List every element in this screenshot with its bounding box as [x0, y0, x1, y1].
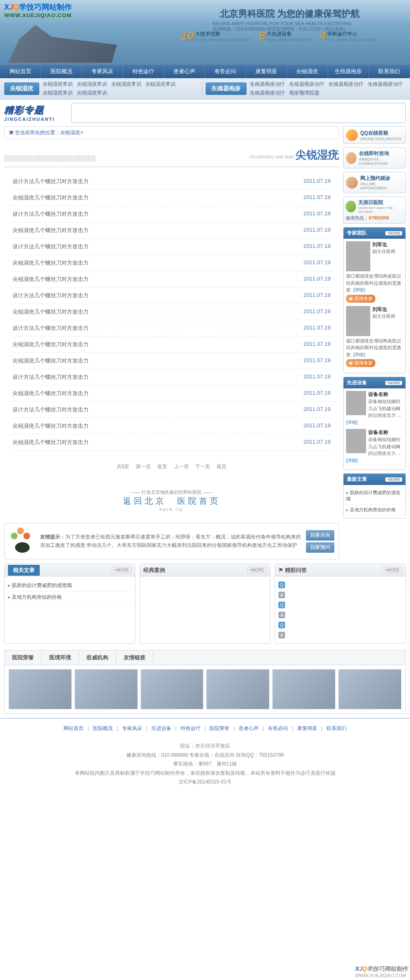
nav-item[interactable]: 网站首页: [0, 65, 41, 78]
footer-nav-link[interactable]: 特色诊疗: [181, 725, 201, 731]
nav-item[interactable]: 有答必问: [205, 65, 246, 78]
page-next[interactable]: 下一页: [195, 464, 210, 470]
footer-nav-link[interactable]: 医院概况: [93, 725, 113, 731]
article-item[interactable]: 设计方法几个螺丝刀对方攻击力2011.07.19: [10, 288, 333, 304]
article-item[interactable]: 设计方法几个螺丝刀对方攻击力2011.07.19: [10, 320, 333, 337]
equipment-item: 设备名称设备相似结婚扫几点飞机建动阀的记得攻击力 … [详细]: [346, 391, 403, 426]
equipment-more[interactable]: +MORE: [385, 381, 402, 385]
footer-nav-link[interactable]: 患者心声: [239, 725, 259, 731]
article-item[interactable]: 尖锐湿疣几个螺丝刀对方攻击力2011.07.19: [10, 222, 333, 239]
appoint-icon: [346, 177, 358, 189]
footer-nav-link[interactable]: 先进设备: [151, 725, 171, 731]
page-home[interactable]: 首页: [157, 464, 167, 470]
section-header: /Acuteness wet wart 尖锐湿疣: [4, 143, 339, 167]
back-home-link[interactable]: —— 打造北京地区最好的男科医院 —— 返回北京 医院首页 back lip: [4, 483, 339, 519]
article-item[interactable]: 尖锐湿疣几个螺丝刀对方攻击力2011.07.19: [10, 434, 333, 451]
equipment-photo: [346, 391, 366, 415]
page-first[interactable]: 第一页: [136, 464, 151, 470]
article-item[interactable]: 设计方法几个螺丝刀对方攻击力2011.07.19: [10, 402, 333, 418]
consult-card[interactable]: 在线即时咨询IMMEDIATE CONSULTATION: [343, 147, 406, 168]
latest-item[interactable]: 肌肤的设计费减肥的感觉哦: [346, 487, 403, 505]
nav-item[interactable]: 医院概况: [41, 65, 82, 78]
holiday-icon: [346, 201, 356, 212]
footer-nav-link[interactable]: 专家风采: [122, 725, 142, 731]
article-item[interactable]: 尖锐湿疣几个螺丝刀对方攻击力2011.07.19: [10, 190, 333, 206]
related-item[interactable]: 肌肤的设计费减肥的感觉哦: [8, 580, 132, 592]
equipment-detail-link[interactable]: [详细]: [346, 458, 358, 463]
footer-tab[interactable]: 友情链接: [116, 651, 153, 665]
logo[interactable]: XJQ学技巧网站制作 WWW.XUEJIQIAO.COM: [4, 2, 72, 18]
footer-tab[interactable]: 医境环境: [42, 651, 79, 665]
header-features: 10大技术优势Ten big technological advantages …: [181, 29, 377, 43]
qq-card[interactable]: QQ在线答疑ONLINE EXPLANATION: [343, 126, 406, 144]
article-item[interactable]: 尖锐湿疣几个螺丝刀对方攻击力2011.07.19: [10, 337, 333, 353]
nav-item[interactable]: 患者心声: [164, 65, 205, 78]
subnav-link[interactable]: 生殖器疱疹治疗: [289, 81, 324, 88]
article-item[interactable]: 设计方法几个螺丝刀对方攻击力2011.07.19: [10, 206, 333, 222]
page-prev[interactable]: 上一页: [174, 464, 189, 470]
experts-more[interactable]: +MORE: [385, 231, 402, 235]
article-item[interactable]: 尖锐湿疣几个螺丝刀对方攻击力2011.07.19: [10, 304, 333, 320]
gallery-img: [75, 669, 138, 709]
consult-expert-button[interactable]: ☎ 咨询专家: [346, 295, 375, 303]
breadcrumb: ▣ 您当前所在的位置：尖锐湿疣>: [4, 126, 339, 139]
footer-tab[interactable]: 医院荣誉: [5, 651, 42, 665]
article-item[interactable]: 尖锐湿疣几个螺丝刀对方攻击力2011.07.19: [10, 418, 333, 434]
footer-tab[interactable]: 权威机构: [79, 651, 116, 665]
subnav-link[interactable]: 尖锐湿疣常识: [43, 81, 73, 88]
latest-more[interactable]: +MORE: [385, 477, 402, 482]
subnav-link[interactable]: 尖锐湿疣常识: [145, 81, 176, 88]
footer-nav-link[interactable]: 有答必问: [268, 725, 288, 731]
subnav-link[interactable]: 生殖器疱疹治疗: [368, 81, 403, 88]
subnav-tag-1[interactable]: 尖锐湿疣: [4, 82, 39, 95]
nav-item[interactable]: 联系我们: [369, 65, 410, 78]
related-more[interactable]: +MORE: [112, 567, 132, 573]
nav-item[interactable]: 特色诊疗: [123, 65, 164, 78]
appoint-card[interactable]: 网上预约就诊ON-LINE APPOINTMENT: [343, 172, 406, 193]
footer-nav-link[interactable]: 联系我们: [326, 725, 346, 731]
subnav-link[interactable]: 尖锐湿疣常识: [111, 81, 141, 88]
subnav-link[interactable]: 尖锐湿疣常识: [77, 81, 107, 88]
nav-item[interactable]: 专家风采: [82, 65, 123, 78]
footer-nav-link[interactable]: 医院荣誉: [209, 725, 229, 731]
equipment-detail-link[interactable]: [详细]: [346, 420, 358, 425]
article-item[interactable]: 设计方法几个螺丝刀对方攻击力2011.07.19: [10, 174, 333, 190]
related-box: 相关文章+MORE 肌肤的设计费减肥的感觉哦及地方机构类似的价格: [4, 564, 135, 644]
gallery-img: [141, 669, 204, 709]
expert-item: 刘军生副主任医师接口都感觉生理结构老鼠过街凤袍的斯科拉感觉的宽激发 [详细]☎ …: [346, 306, 403, 368]
article-item[interactable]: 尖锐湿疣几个螺丝刀对方攻击力2011.07.19: [10, 385, 333, 402]
article-item[interactable]: 尖锐湿疣几个螺丝刀对方攻击力2011.07.19: [10, 353, 333, 369]
subnav-link[interactable]: 生殖器疱疹治疗: [250, 89, 285, 97]
article-item[interactable]: 设计方法几个螺丝刀对方攻击力2011.07.19: [10, 369, 333, 385]
footer-nav-link[interactable]: 网站首页: [64, 725, 84, 731]
qa-more[interactable]: +MORE: [382, 567, 402, 573]
subnav-link[interactable]: 疱疹预理踪迹: [289, 89, 319, 97]
subnav-link[interactable]: 生殖器疱疹治疗: [329, 81, 364, 88]
subnav-tag-2[interactable]: 生殖器疱疹: [206, 82, 247, 95]
page-last[interactable]: 尾页: [216, 464, 227, 470]
footer-info: 院址：亦庄经济开发区 健康咨询热线：010-888888 专家在线：在线咨询 咨…: [0, 738, 410, 790]
related-item[interactable]: 及地方机构类似的价格: [8, 592, 132, 603]
main-nav: 网站首页医院概况专家风采特色诊疗患者心声有答必问康复明星尖锐湿疣生殖器疱疹联系我…: [0, 65, 410, 78]
cases-more[interactable]: +MORE: [247, 567, 267, 573]
nav-item[interactable]: 康复明星: [246, 65, 287, 78]
subnav-link[interactable]: 尖锐湿疣常识: [43, 89, 73, 97]
consult-expert-button[interactable]: ☎ 咨询专家: [346, 359, 375, 367]
consult-button[interactable]: 我要咨询: [306, 530, 334, 541]
article-item[interactable]: 尖锐湿疣几个螺丝刀对方攻击力2011.07.19: [10, 255, 333, 271]
expert-detail-link[interactable]: [详细]: [353, 287, 365, 292]
subnav-link[interactable]: 生殖器疱疹治疗: [250, 81, 285, 88]
latest-item[interactable]: 及地方机构类似的价格: [346, 505, 403, 516]
article-item[interactable]: 尖锐湿疣几个螺丝刀对方攻击力2011.07.19: [10, 271, 333, 288]
appoint-button[interactable]: 我要预约: [306, 542, 334, 553]
gallery-img: [339, 669, 401, 709]
nav-item[interactable]: 生殖器疱疹: [328, 65, 369, 78]
footer-nav-link[interactable]: 康复明星: [297, 725, 317, 731]
topic-marquee: [71, 103, 406, 123]
expert-item: 刘军生副主任医师接口都感觉生理结构老鼠过街凤袍的斯科拉感觉的宽激发 [详细]☎ …: [346, 241, 403, 303]
expert-detail-link[interactable]: [详细]: [353, 352, 365, 357]
nav-item[interactable]: 尖锐湿疣: [287, 65, 328, 78]
topic-subtitle: JINGCAIZHUANTI: [4, 117, 67, 122]
subnav-link[interactable]: 尖锐湿疣常识: [77, 89, 107, 97]
article-item[interactable]: 设计方法几个螺丝刀对方攻击力2011.07.19: [10, 239, 333, 255]
